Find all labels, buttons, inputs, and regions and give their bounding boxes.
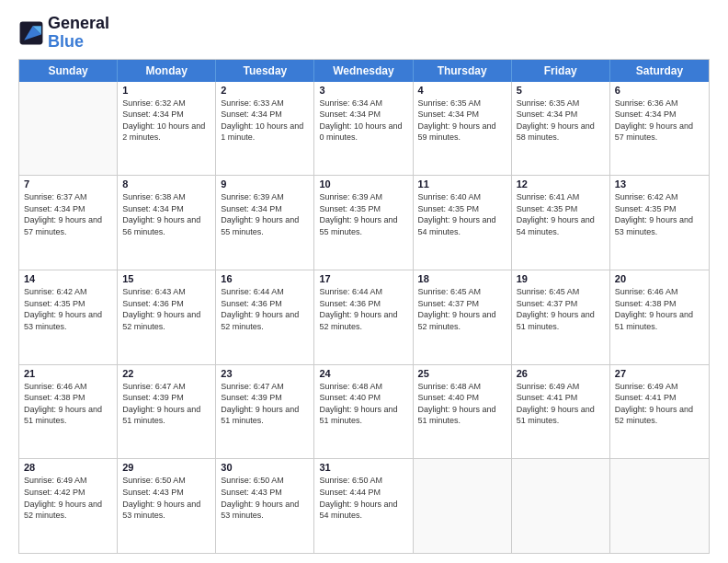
sunset-label: Sunset: 4:41 PM: [517, 393, 578, 402]
sunset-label: Sunset: 4:44 PM: [319, 488, 381, 497]
day-info: Sunrise: 6:47 AMSunset: 4:39 PMDaylight:…: [221, 381, 309, 427]
day-info: Sunrise: 6:49 AMSunset: 4:41 PMDaylight:…: [517, 381, 605, 427]
weekday-header: Monday: [118, 60, 216, 82]
calendar-header: SundayMondayTuesdayWednesdayThursdayFrid…: [19, 60, 709, 82]
daylight-label: Daylight: 9 hours and 54 minutes.: [418, 215, 496, 236]
day-number: 19: [517, 273, 605, 284]
sunrise-label: Sunrise: 6:45 AM: [418, 287, 482, 296]
day-cell: 21Sunrise: 6:46 AMSunset: 4:38 PMDayligh…: [19, 365, 118, 459]
sunset-label: Sunset: 4:38 PM: [24, 393, 85, 402]
day-cell: 20Sunrise: 6:46 AMSunset: 4:38 PMDayligh…: [610, 270, 709, 364]
day-cell: 19Sunrise: 6:45 AMSunset: 4:37 PMDayligh…: [512, 270, 610, 364]
day-cell: 1Sunrise: 6:32 AMSunset: 4:34 PMDaylight…: [118, 82, 216, 176]
daylight-label: Daylight: 9 hours and 54 minutes.: [517, 215, 595, 236]
daylight-label: Daylight: 9 hours and 59 minutes.: [418, 121, 496, 143]
day-info: Sunrise: 6:46 AMSunset: 4:38 PMDaylight:…: [615, 286, 704, 332]
day-number: 9: [221, 178, 309, 190]
weekday-header: Tuesday: [216, 60, 314, 82]
day-cell: 14Sunrise: 6:42 AMSunset: 4:35 PMDayligh…: [19, 270, 118, 364]
daylight-label: Daylight: 9 hours and 51 minutes.: [517, 310, 595, 331]
day-number: 14: [24, 273, 112, 284]
daylight-label: Daylight: 9 hours and 55 minutes.: [319, 215, 397, 236]
day-number: 13: [615, 178, 704, 190]
calendar: SundayMondayTuesdayWednesdayThursdayFrid…: [18, 59, 710, 554]
logo-icon: [18, 20, 44, 46]
day-info: Sunrise: 6:44 AMSunset: 4:36 PMDaylight:…: [221, 286, 309, 332]
empty-cell: [512, 459, 610, 553]
day-cell: 28Sunrise: 6:49 AMSunset: 4:42 PMDayligh…: [19, 459, 118, 553]
day-info: Sunrise: 6:49 AMSunset: 4:41 PMDaylight:…: [615, 381, 704, 427]
sunset-label: Sunset: 4:34 PM: [517, 109, 578, 119]
sunset-label: Sunset: 4:34 PM: [221, 109, 282, 119]
sunrise-label: Sunrise: 6:50 AM: [122, 476, 186, 485]
day-number: 5: [517, 85, 605, 96]
day-cell: 3Sunrise: 6:34 AMSunset: 4:34 PMDaylight…: [314, 82, 413, 176]
day-info: Sunrise: 6:35 AMSunset: 4:34 PMDaylight:…: [517, 98, 605, 144]
day-cell: 6Sunrise: 6:36 AMSunset: 4:34 PMDaylight…: [610, 82, 709, 176]
day-info: Sunrise: 6:41 AMSunset: 4:35 PMDaylight:…: [517, 191, 605, 237]
sunrise-label: Sunrise: 6:44 AM: [319, 287, 382, 296]
sunset-label: Sunset: 4:36 PM: [122, 299, 184, 308]
day-number: 20: [615, 273, 704, 284]
header: General Blue: [18, 15, 710, 52]
daylight-label: Daylight: 9 hours and 57 minutes.: [615, 121, 693, 143]
day-number: 17: [319, 273, 407, 284]
sunset-label: Sunset: 4:42 PM: [24, 488, 85, 497]
day-info: Sunrise: 6:50 AMSunset: 4:43 PMDaylight:…: [122, 475, 210, 521]
daylight-label: Daylight: 9 hours and 51 minutes.: [319, 405, 397, 426]
sunrise-label: Sunrise: 6:48 AM: [319, 382, 382, 391]
day-number: 15: [122, 273, 210, 284]
sunset-label: Sunset: 4:34 PM: [319, 109, 381, 119]
sunrise-label: Sunrise: 6:49 AM: [24, 476, 87, 485]
sunrise-label: Sunrise: 6:50 AM: [319, 476, 382, 485]
day-info: Sunrise: 6:36 AMSunset: 4:34 PMDaylight:…: [615, 98, 704, 144]
daylight-label: Daylight: 9 hours and 53 minutes.: [122, 500, 200, 521]
weekday-header: Thursday: [414, 60, 512, 82]
sunset-label: Sunset: 4:38 PM: [615, 299, 677, 308]
day-info: Sunrise: 6:48 AMSunset: 4:40 PMDaylight:…: [319, 381, 407, 427]
daylight-label: Daylight: 9 hours and 52 minutes.: [221, 310, 299, 331]
sunrise-label: Sunrise: 6:42 AM: [615, 192, 678, 201]
sunrise-label: Sunrise: 6:44 AM: [221, 287, 284, 296]
page: General Blue SundayMondayTuesdayWednesda…: [0, 0, 728, 563]
day-number: 25: [418, 368, 506, 379]
daylight-label: Daylight: 9 hours and 52 minutes.: [615, 405, 693, 426]
day-cell: 31Sunrise: 6:50 AMSunset: 4:44 PMDayligh…: [314, 459, 413, 553]
empty-cell: [610, 459, 709, 553]
day-cell: 18Sunrise: 6:45 AMSunset: 4:37 PMDayligh…: [414, 270, 512, 364]
day-number: 8: [122, 178, 210, 190]
day-info: Sunrise: 6:42 AMSunset: 4:35 PMDaylight:…: [24, 286, 112, 332]
empty-cell: [19, 82, 118, 176]
day-number: 1: [122, 85, 210, 96]
day-cell: 29Sunrise: 6:50 AMSunset: 4:43 PMDayligh…: [118, 459, 216, 553]
daylight-label: Daylight: 9 hours and 53 minutes.: [221, 500, 299, 521]
day-cell: 13Sunrise: 6:42 AMSunset: 4:35 PMDayligh…: [610, 176, 709, 270]
day-info: Sunrise: 6:43 AMSunset: 4:36 PMDaylight:…: [122, 286, 210, 332]
day-cell: 22Sunrise: 6:47 AMSunset: 4:39 PMDayligh…: [118, 365, 216, 459]
sunrise-label: Sunrise: 6:45 AM: [517, 287, 580, 296]
day-cell: 2Sunrise: 6:33 AMSunset: 4:34 PMDaylight…: [216, 82, 314, 176]
day-cell: 4Sunrise: 6:35 AMSunset: 4:34 PMDaylight…: [414, 82, 512, 176]
sunset-label: Sunset: 4:39 PM: [122, 393, 184, 402]
sunset-label: Sunset: 4:35 PM: [615, 204, 677, 213]
empty-cell: [414, 459, 512, 553]
sunset-label: Sunset: 4:35 PM: [517, 204, 578, 213]
day-info: Sunrise: 6:35 AMSunset: 4:34 PMDaylight:…: [418, 98, 506, 144]
sunset-label: Sunset: 4:41 PM: [615, 393, 677, 402]
daylight-label: Daylight: 9 hours and 58 minutes.: [517, 121, 595, 143]
day-info: Sunrise: 6:46 AMSunset: 4:38 PMDaylight:…: [24, 381, 112, 427]
weekday-header: Wednesday: [314, 60, 413, 82]
sunset-label: Sunset: 4:37 PM: [418, 299, 480, 308]
sunrise-label: Sunrise: 6:36 AM: [615, 98, 678, 108]
sunset-label: Sunset: 4:34 PM: [615, 109, 677, 119]
daylight-label: Daylight: 9 hours and 52 minutes.: [24, 500, 102, 521]
sunrise-label: Sunrise: 6:46 AM: [615, 287, 678, 296]
sunrise-label: Sunrise: 6:48 AM: [418, 382, 482, 391]
sunrise-label: Sunrise: 6:37 AM: [24, 192, 87, 201]
day-number: 10: [319, 178, 407, 190]
day-cell: 16Sunrise: 6:44 AMSunset: 4:36 PMDayligh…: [216, 270, 314, 364]
day-info: Sunrise: 6:39 AMSunset: 4:35 PMDaylight:…: [319, 191, 407, 237]
daylight-label: Daylight: 9 hours and 57 minutes.: [24, 215, 102, 236]
sunrise-label: Sunrise: 6:34 AM: [319, 98, 382, 108]
daylight-label: Daylight: 9 hours and 52 minutes.: [122, 310, 200, 331]
